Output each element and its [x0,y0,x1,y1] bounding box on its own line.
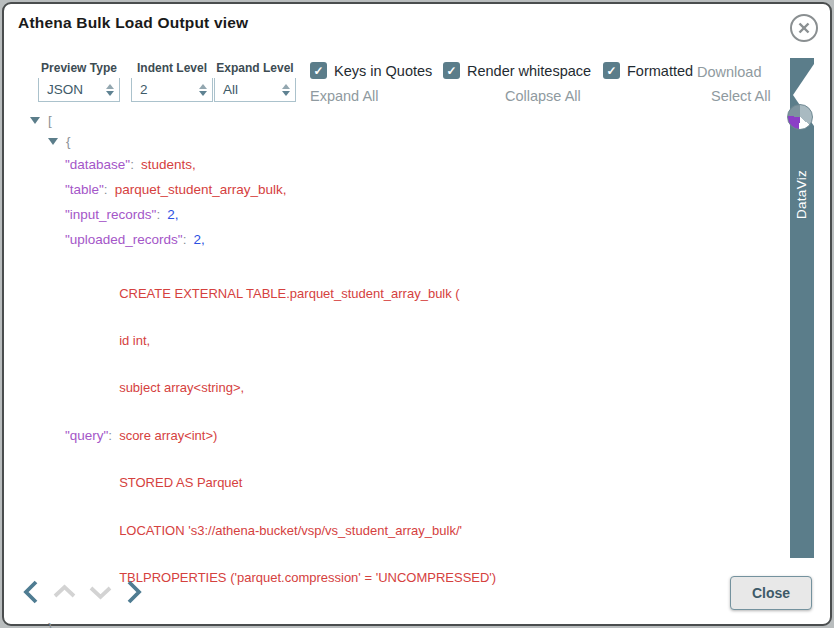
formatted-checkbox[interactable]: ✓ [603,62,620,79]
expand-level-label: Expand Level [214,61,296,75]
query-line: CREATE EXTERNAL TABLE.parquet_student_ar… [119,286,496,302]
json-tree-view: [ { "database":students, "table":parquet… [30,110,496,628]
modal-viewport: Athena Bulk Load Output view Preview Typ… [0,0,834,628]
json-key: "input_records" [65,207,156,222]
query-line: LOCATION 's3://athena-bucket/vsp/vs_stud… [119,523,496,539]
chevron-down-icon[interactable] [87,578,114,606]
json-value: 2, [167,207,178,222]
render-whitespace-label: Render whitespace [467,63,591,79]
spinner-up-icon[interactable] [282,84,290,89]
expand-level-group: Expand Level All [214,61,296,102]
spinner-icon[interactable] [106,84,114,96]
expand-level-select[interactable]: All [214,78,296,102]
x-icon [797,21,811,35]
key-separator: : [104,182,108,197]
indent-level-group: Indent Level 2 [131,61,213,102]
tree-entry-query: "query": CREATE EXTERNAL TABLE.parquet_s… [65,254,496,617]
indent-level-value: 2 [140,82,148,97]
pie-chart-icon [787,104,813,130]
preview-type-label: Preview Type [38,61,120,75]
spinner-icon[interactable] [199,84,207,96]
download-link[interactable]: Download [697,64,762,80]
open-array-bracket: [ [48,110,52,131]
preview-type-select[interactable]: JSON [38,78,120,102]
formatted-option: ✓ Formatted [603,62,693,79]
preview-type-value: JSON [47,82,83,97]
json-key: "database" [65,157,130,172]
json-key: "table" [65,182,104,197]
key-separator: : [156,207,160,222]
key-separator: : [183,232,187,247]
dialog-close-icon[interactable] [790,14,818,42]
collapse-toggle-icon[interactable] [30,117,40,124]
spinner-down-icon[interactable] [282,91,290,96]
spinner-up-icon[interactable] [199,84,207,89]
dataviz-tab-label: DataViz [795,169,810,218]
json-key: "uploaded_records" [65,232,183,247]
close-object-line: } [48,617,496,628]
query-value-block: CREATE EXTERNAL TABLE.parquet_student_ar… [119,254,496,617]
formatted-label: Formatted [627,63,693,79]
spinner-down-icon[interactable] [106,91,114,96]
chevron-left-icon[interactable] [20,578,42,606]
tree-root-line: [ [30,110,496,131]
render-whitespace-option: ✓ Render whitespace [443,62,591,79]
tree-object-line: { [48,131,496,152]
render-whitespace-checkbox[interactable]: ✓ [443,62,460,79]
spinner-down-icon[interactable] [199,91,207,96]
spinner-up-icon[interactable] [106,84,114,89]
keys-in-quotes-option: ✓ Keys in Quotes [310,62,432,79]
expand-all-link[interactable]: Expand All [310,88,379,104]
json-value: 2, [193,232,204,247]
json-value: parquet_student_array_bulk, [115,182,287,197]
preview-type-group: Preview Type JSON [38,61,120,102]
query-line: STORED AS Parquet [119,475,496,491]
key-separator: : [108,428,112,443]
close-object-brace: } [48,620,53,628]
query-line: score array<int>) [119,428,496,444]
expand-level-value: All [223,82,238,97]
spinner-icon[interactable] [282,84,290,96]
json-value: students, [141,157,196,172]
record-navigation [20,578,145,606]
query-line: TBLPROPERTIES ('parquet.compression' = '… [119,570,496,586]
tree-entry-input-records: "input_records":2, [65,202,496,227]
collapse-toggle-icon[interactable] [48,138,58,145]
checkmark-icon: ✓ [606,65,616,77]
key-separator: : [130,157,134,172]
tree-entry-table: "table":parquet_student_array_bulk, [65,177,496,202]
dataviz-side-tab[interactable]: DataViz [790,58,814,558]
page-title: Athena Bulk Load Output view [18,14,248,32]
dataviz-tab-label-wrap: DataViz [790,130,814,258]
indent-level-select[interactable]: 2 [131,78,213,102]
checkmark-icon: ✓ [446,65,456,77]
tree-entry-uploaded-records: "uploaded_records":2, [65,227,496,252]
keys-in-quotes-label: Keys in Quotes [334,63,432,79]
open-object-brace: { [66,131,71,152]
close-button[interactable]: Close [730,576,812,610]
keys-in-quotes-checkbox[interactable]: ✓ [310,62,327,79]
checkmark-icon: ✓ [313,65,323,77]
json-key: "query" [65,428,108,443]
collapse-all-link[interactable]: Collapse All [505,88,581,104]
query-line: subject array<string>, [119,380,496,396]
chevron-right-icon[interactable] [123,578,145,606]
tree-entry-database: "database":students, [65,152,496,177]
query-line: id int, [119,333,496,349]
athena-output-dialog: Athena Bulk Load Output view Preview Typ… [2,2,832,626]
select-all-link[interactable]: Select All [711,88,771,104]
indent-level-label: Indent Level [131,61,213,75]
chevron-up-icon[interactable] [51,578,78,606]
